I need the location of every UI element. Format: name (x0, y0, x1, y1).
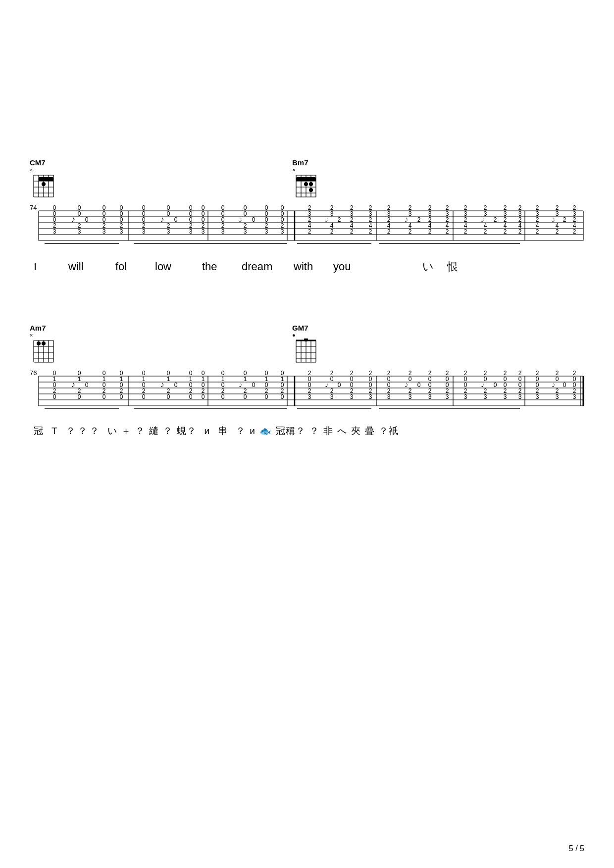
svg-text:0: 0 (563, 382, 566, 388)
svg-point-11 (42, 182, 46, 186)
chord-cm7-name: CM7 (30, 158, 46, 167)
svg-text:0: 0 (189, 393, 193, 400)
svg-point-199 (42, 341, 46, 345)
lyric2-19: 非 (323, 425, 333, 437)
svg-text:3: 3 (244, 228, 247, 235)
svg-text:0: 0 (167, 393, 170, 400)
chord-gm7-diagram (292, 338, 318, 364)
chord-gm7: GM7 ● (292, 324, 318, 364)
lyric-2: will (68, 260, 115, 273)
lyric-5: the (202, 260, 242, 273)
chord-cm7: CM7 × (30, 158, 55, 199)
page: CM7 × (0, 0, 614, 868)
svg-text:2: 2 (428, 228, 432, 235)
chord-cm7-diagram (30, 173, 55, 199)
svg-text:2: 2 (350, 228, 354, 235)
svg-text:1: 1 (244, 376, 247, 383)
lyric2-3: ？ (66, 425, 76, 437)
lyric2-4: ？ (78, 425, 88, 437)
chord-am7-diagram (30, 338, 55, 364)
tab-staff-2: 76 (30, 366, 584, 411)
svg-text:0: 0 (78, 393, 81, 400)
svg-point-25 (309, 188, 313, 192)
svg-text:2: 2 (330, 228, 334, 235)
svg-text:0: 0 (78, 210, 81, 217)
svg-text:3: 3 (281, 228, 284, 235)
svg-text:𝅘𝅥𝅮: 𝅘𝅥𝅮 (72, 383, 75, 387)
svg-text:0: 0 (202, 393, 205, 400)
lyric2-5: ？ (90, 425, 100, 437)
tab-svg-2: 76 (30, 366, 584, 411)
section-1: CM7 × (30, 158, 584, 274)
chord-am7-name: Am7 (30, 324, 46, 332)
svg-text:3: 3 (167, 228, 170, 235)
lyric2-20: へ (337, 425, 347, 437)
svg-text:𝅘𝅥𝅮: 𝅘𝅥𝅮 (405, 217, 408, 222)
svg-text:𝅘𝅥𝅮: 𝅘𝅥𝅮 (552, 383, 555, 387)
svg-text:3: 3 (409, 393, 412, 400)
lyric2-6: い (107, 425, 117, 437)
lyric-7: with (294, 260, 333, 273)
svg-text:3: 3 (446, 393, 449, 400)
svg-text:0: 0 (53, 393, 56, 400)
lyric-4: low (155, 260, 202, 273)
lyric2-1: 冠 (34, 425, 44, 437)
svg-text:2: 2 (409, 228, 412, 235)
svg-text:𝅘𝅥𝅮: 𝅘𝅥𝅮 (161, 217, 164, 222)
svg-text:𝅘𝅥𝅮: 𝅘𝅥𝅮 (325, 217, 328, 222)
svg-text:1: 1 (167, 376, 170, 383)
svg-text:3: 3 (518, 393, 522, 400)
svg-text:0: 0 (417, 382, 421, 388)
lyric2-2: T (51, 426, 58, 436)
svg-text:3: 3 (102, 228, 106, 235)
svg-text:3: 3 (221, 228, 225, 235)
svg-text:2: 2 (464, 228, 467, 235)
lyric2-8: ？ (135, 425, 145, 437)
svg-text:74: 74 (30, 204, 37, 211)
lyrics-line-1: I will fol low the dream with you い 恨 (30, 259, 584, 274)
svg-text:2: 2 (369, 228, 372, 235)
svg-text:0: 0 (494, 382, 497, 388)
svg-text:2: 2 (563, 216, 566, 223)
svg-rect-22 (296, 177, 316, 181)
svg-text:2: 2 (446, 228, 449, 235)
svg-text:0: 0 (281, 393, 284, 400)
lyric2-7: ＋ (121, 425, 131, 437)
svg-text:2: 2 (536, 228, 539, 235)
svg-text:0: 0 (252, 382, 256, 388)
svg-text:𝅘𝅥𝅮: 𝅘𝅥𝅮 (481, 383, 484, 387)
svg-point-198 (37, 341, 41, 345)
svg-text:0: 0 (330, 376, 334, 383)
lyric2-21: 夾 (351, 425, 361, 437)
svg-text:3: 3 (504, 393, 507, 400)
lyric2-16: 🐟 (259, 426, 272, 437)
svg-text:3: 3 (369, 393, 372, 400)
svg-text:3: 3 (409, 210, 412, 217)
svg-text:𝅘𝅥𝅮: 𝅘𝅥𝅮 (239, 383, 242, 387)
svg-text:3: 3 (53, 228, 56, 235)
lyric2-18: ？ (309, 425, 319, 437)
chord-bm7: Bm7 × (292, 158, 318, 199)
svg-point-24 (309, 182, 313, 186)
svg-text:0: 0 (484, 376, 487, 383)
lyrics-line-2: 冠 T ？ ？ ？ い ＋ ？ 繾 ？ 蜆？ и 串 ？ и 🐟 冠稱？ ？ 非… (30, 425, 584, 437)
svg-rect-10 (39, 177, 53, 181)
tab-staff-1: 74 (30, 201, 584, 245)
lyric2-22: 曡 (365, 425, 375, 437)
svg-text:𝅘𝅥𝅮: 𝅘𝅥𝅮 (481, 217, 484, 222)
lyric2-11: 蜆？ (177, 425, 197, 437)
lyric2-13: 串 (218, 425, 228, 437)
chord-am7-mute: × (30, 332, 33, 338)
chord-cm7-mute: × (30, 167, 33, 173)
chord-gm7-mute: ● (292, 332, 296, 338)
svg-text:𝅘𝅥𝅮: 𝅘𝅥𝅮 (72, 217, 75, 222)
svg-text:3: 3 (142, 228, 146, 235)
svg-text:3: 3 (265, 228, 268, 235)
svg-text:1: 1 (78, 376, 81, 383)
svg-text:0: 0 (409, 376, 412, 383)
chord-am7: Am7 × (30, 324, 55, 364)
svg-text:0: 0 (142, 393, 146, 400)
chord-bm7-name: Bm7 (292, 158, 308, 167)
page-number: 5 / 5 (569, 844, 584, 853)
svg-text:2: 2 (556, 228, 559, 235)
